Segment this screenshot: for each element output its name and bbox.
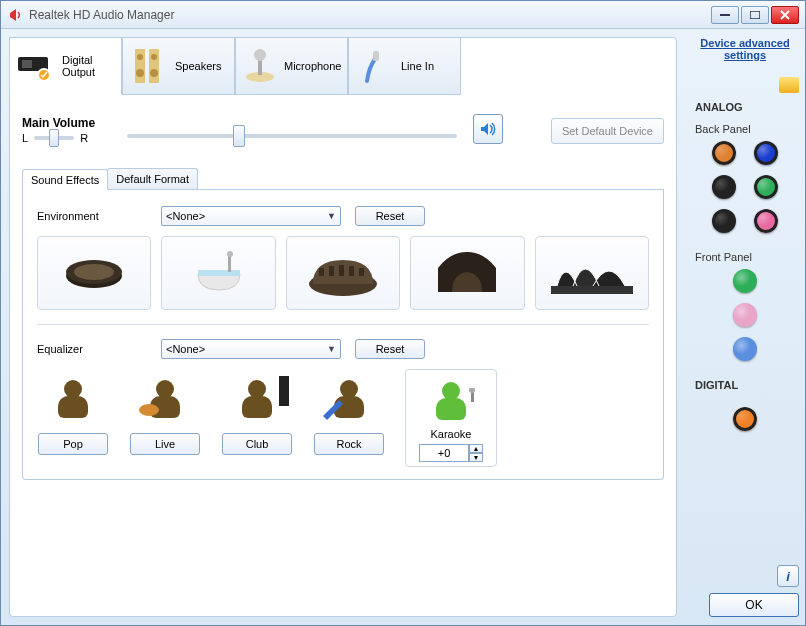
env-preset-opera-house[interactable] <box>535 236 649 310</box>
svg-point-7 <box>137 54 143 60</box>
karaoke-card: Karaoke ▲ ▼ <box>405 369 497 467</box>
tab-label: Digital Output <box>62 54 115 78</box>
window-controls <box>711 6 799 24</box>
svg-point-20 <box>227 251 233 257</box>
equalizer-row: Equalizer <None> ▼ Reset <box>37 339 649 359</box>
equalizer-label: Equalizer <box>37 343 147 355</box>
sidebar: Device advanced settings ANALOG Back Pan… <box>685 29 805 625</box>
svg-rect-23 <box>329 266 334 276</box>
volume-thumb[interactable] <box>233 125 245 147</box>
balance-slider[interactable] <box>34 136 74 140</box>
karaoke-spinner: ▲ ▼ <box>419 444 483 462</box>
minimize-button[interactable] <box>711 6 739 24</box>
content: Digital Output Speakers Microphone <box>1 29 805 625</box>
volume-slider[interactable] <box>127 134 457 138</box>
tab-speakers[interactable]: Speakers <box>122 37 235 95</box>
karaoke-label: Karaoke <box>431 428 472 440</box>
chevron-down-icon: ▼ <box>327 211 336 221</box>
eq-pop-button[interactable]: Pop <box>38 433 108 455</box>
microphone-icon <box>242 46 278 86</box>
balance-thumb[interactable] <box>49 129 59 147</box>
back-panel-label: Back Panel <box>695 123 751 135</box>
tab-label: Line In <box>401 60 434 72</box>
equalizer-combo[interactable]: <None> ▼ <box>161 339 341 359</box>
subtab-default-format[interactable]: Default Format <box>107 168 198 189</box>
tab-label: Speakers <box>175 60 221 72</box>
environment-row: Environment <None> ▼ Reset <box>37 206 649 226</box>
analog-label: ANALOG <box>695 101 743 113</box>
balance-block: Main Volume L R <box>22 116 95 144</box>
eq-live-button[interactable]: Live <box>130 433 200 455</box>
app-icon <box>7 7 23 23</box>
jack-digital[interactable] <box>733 407 757 431</box>
svg-point-13 <box>254 49 266 61</box>
eq-rock-button[interactable]: Rock <box>314 433 384 455</box>
karaoke-down-button[interactable]: ▼ <box>469 453 483 462</box>
device-tabs: Digital Output Speakers Microphone <box>9 37 461 95</box>
main-volume-label: Main Volume <box>22 116 95 130</box>
jack-back-1[interactable] <box>712 141 736 165</box>
jack-back-4[interactable] <box>754 175 778 199</box>
info-button[interactable]: i <box>777 565 799 587</box>
svg-rect-27 <box>551 286 633 294</box>
jack-front-3[interactable] <box>733 337 757 361</box>
main-area: Digital Output Speakers Microphone <box>1 29 685 625</box>
svg-rect-22 <box>319 268 324 276</box>
svg-rect-29 <box>279 376 289 406</box>
eq-preset-rock: Rock <box>313 369 385 455</box>
environment-combo[interactable]: <None> ▼ <box>161 206 341 226</box>
window-title: Realtek HD Audio Manager <box>29 8 711 22</box>
digital-label: DIGITAL <box>695 379 738 391</box>
svg-point-9 <box>151 54 157 60</box>
equalizer-presets: Pop Live Club <box>37 369 649 467</box>
environment-selected: <None> <box>166 210 205 222</box>
svg-point-28 <box>139 404 159 416</box>
tab-label: Microphone <box>284 60 341 72</box>
svg-point-8 <box>136 69 144 77</box>
maximize-button[interactable] <box>741 6 769 24</box>
set-default-device-button[interactable]: Set Default Device <box>551 118 664 144</box>
env-preset-cookie[interactable] <box>37 236 151 310</box>
equalizer-reset-button[interactable]: Reset <box>355 339 425 359</box>
eq-preset-club: Club <box>221 369 293 455</box>
svg-rect-14 <box>373 51 379 61</box>
svg-rect-3 <box>22 60 32 68</box>
divider <box>37 324 649 325</box>
svg-rect-18 <box>198 270 240 276</box>
mute-button[interactable] <box>473 114 503 144</box>
line-in-icon <box>355 46 395 86</box>
tab-microphone[interactable]: Microphone <box>235 37 348 95</box>
karaoke-up-button[interactable]: ▲ <box>469 444 483 453</box>
subtab-sound-effects[interactable]: Sound Effects <box>22 169 108 190</box>
svg-rect-1 <box>750 11 760 19</box>
env-preset-bathtub[interactable] <box>161 236 275 310</box>
ok-button[interactable]: OK <box>709 593 799 617</box>
front-panel-jacks <box>733 269 757 361</box>
jack-back-3[interactable] <box>712 175 736 199</box>
eq-club-button[interactable]: Club <box>222 433 292 455</box>
jack-front-2[interactable] <box>733 303 757 327</box>
tab-line-in[interactable]: Line In <box>348 37 461 95</box>
svg-rect-26 <box>359 268 364 276</box>
environment-reset-button[interactable]: Reset <box>355 206 425 226</box>
tab-digital-output[interactable]: Digital Output <box>9 37 122 95</box>
balance-left-label: L <box>22 132 28 144</box>
jack-back-2[interactable] <box>754 141 778 165</box>
environment-presets <box>37 236 649 310</box>
svg-rect-25 <box>349 266 354 276</box>
env-preset-cave[interactable] <box>410 236 524 310</box>
device-advanced-settings-link[interactable]: Device advanced settings <box>691 37 799 61</box>
folder-icon[interactable] <box>779 77 799 93</box>
close-button[interactable] <box>771 6 799 24</box>
pop-icon <box>37 369 109 427</box>
jack-back-5[interactable] <box>712 209 736 233</box>
env-preset-colosseum[interactable] <box>286 236 400 310</box>
jack-back-6[interactable] <box>754 209 778 233</box>
karaoke-value-input[interactable] <box>419 444 469 462</box>
jack-front-1[interactable] <box>733 269 757 293</box>
main-panel: Digital Output Speakers Microphone <box>9 37 677 617</box>
svg-rect-0 <box>720 14 730 16</box>
rock-icon <box>313 369 385 427</box>
svg-rect-24 <box>339 265 344 276</box>
svg-point-17 <box>74 264 114 280</box>
